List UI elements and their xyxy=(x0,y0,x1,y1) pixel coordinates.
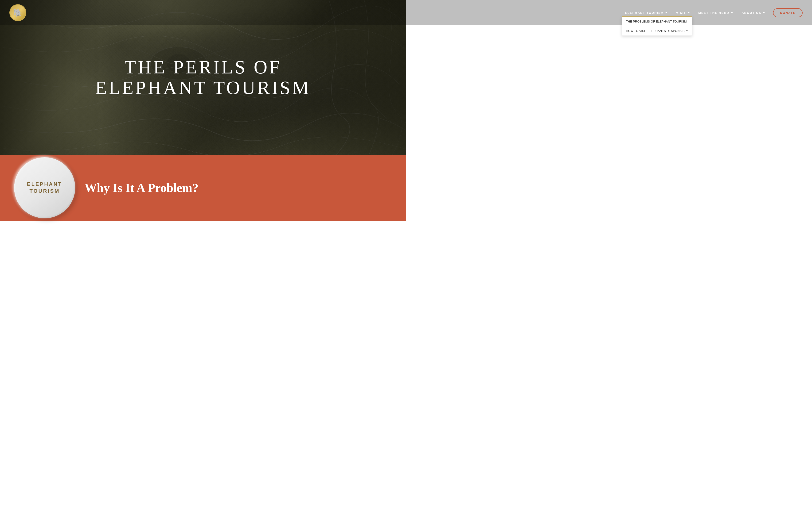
hero-title-line2: ELEPHANT TOURISM xyxy=(95,77,311,98)
bottom-section: ELEPHANT TOURISM Why Is It A Problem? xyxy=(0,155,406,221)
bottom-circle-text: ELEPHANT TOURISM xyxy=(27,181,62,194)
hero-title-line1: THE PERILS OF xyxy=(95,57,311,77)
hero-title: THE PERILS OF ELEPHANT TOURISM xyxy=(95,57,311,98)
bottom-logo-circle: ELEPHANT TOURISM xyxy=(14,157,75,218)
bottom-circle-line2: TOURISM xyxy=(27,188,62,194)
logo-icon: 🐘 xyxy=(13,8,22,17)
header: 🐘 ELEPHANT TOURISM The Problems of Eleph… xyxy=(0,0,406,25)
section-title: Why Is It A Problem? xyxy=(85,181,198,195)
bottom-circle-line1: ELEPHANT xyxy=(27,181,62,187)
logo[interactable]: 🐘 xyxy=(9,4,26,21)
